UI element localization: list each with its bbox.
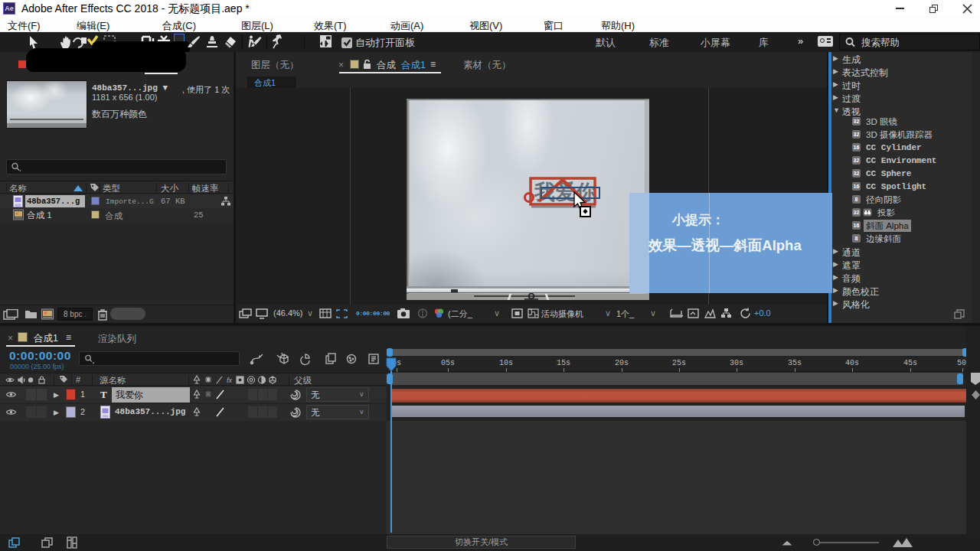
svg-text:fx: fx bbox=[227, 377, 233, 384]
